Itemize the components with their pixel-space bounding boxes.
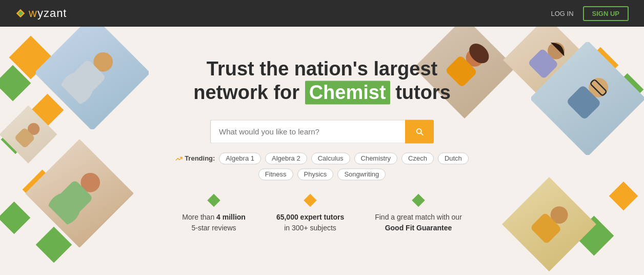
stat-reviews-text: More than 4 million [182, 212, 246, 223]
deco-green-3 [0, 202, 30, 234]
hero-center: Trust the nation's largest network for C… [173, 57, 471, 233]
trending-label: Trending: [175, 155, 215, 163]
tag-chemistry[interactable]: Chemistry [354, 153, 398, 165]
stat-tutors-line2: in 300+ subjects [276, 223, 344, 234]
stat-tutors-text: 65,000 expert tutors [276, 212, 344, 223]
trending-row: Trending: Algebra 1 Algebra 2 Calculus C… [173, 153, 471, 181]
nav-actions: LOG IN SIGN UP [551, 6, 629, 21]
trending-icon [175, 155, 183, 162]
search-input[interactable] [210, 120, 405, 144]
search-icon [415, 127, 424, 136]
stat-tutors-bold: 65,000 expert tutors [276, 213, 344, 222]
stat-guarantee-bold: Good Fit Guarantee [375, 223, 462, 234]
stat-icon-orange [304, 194, 316, 207]
tag-czech[interactable]: Czech [401, 153, 434, 165]
search-row [173, 120, 471, 144]
stat-guarantee: Find a great match with our Good Fit Gua… [375, 196, 462, 234]
stat-reviews-line2: 5-star reviews [182, 223, 246, 234]
headline-line1: Trust the nation's largest [207, 58, 437, 80]
stat-icon-green-2 [412, 194, 425, 207]
logo-icon [15, 8, 26, 18]
tag-fitness[interactable]: Fitness [258, 169, 293, 181]
headline-line2: network for [193, 82, 305, 103]
stat-reviews-bold: 4 million [216, 213, 246, 222]
headline-highlight: Chemist [305, 81, 390, 104]
login-button[interactable]: LOG IN [551, 10, 573, 17]
logo: wyzant [15, 7, 67, 20]
trending-text: Trending: [185, 155, 215, 163]
tag-calculus[interactable]: Calculus [311, 153, 350, 165]
deco-orange-r2 [609, 182, 638, 211]
stat-guarantee-text: Find a great match with our [375, 212, 462, 223]
photo-diamond-female1 [25, 139, 134, 248]
photo-diamond-female4 [502, 177, 596, 271]
main-content: Trust the nation's largest network for C… [0, 27, 644, 275]
stat-icon-green-1 [207, 194, 220, 207]
headline-line3: tutors [390, 82, 451, 103]
tag-dutch[interactable]: Dutch [438, 153, 469, 165]
stats-row: More than 4 million 5-star reviews 65,00… [173, 196, 471, 234]
tag-algebra2[interactable]: Algebra 2 [265, 153, 307, 165]
stat-reviews: More than 4 million 5-star reviews [182, 196, 246, 234]
logo-text: wyzant [29, 7, 67, 20]
signup-button[interactable]: SIGN UP [583, 6, 629, 21]
navbar: wyzant LOG IN SIGN UP [0, 0, 644, 27]
tag-songwriting[interactable]: Songwriting [337, 169, 386, 181]
stat-tutors: 65,000 expert tutors in 300+ subjects [276, 196, 344, 234]
hero-headline: Trust the nation's largest network for C… [173, 57, 471, 104]
search-button[interactable] [405, 120, 434, 144]
tag-algebra1[interactable]: Algebra 1 [219, 153, 261, 165]
tag-physics[interactable]: Physics [297, 169, 334, 181]
